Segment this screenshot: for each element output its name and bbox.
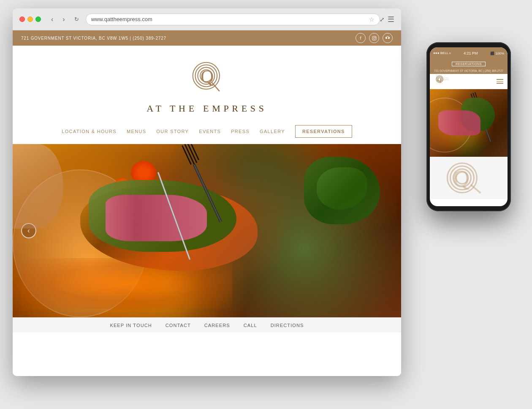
nav-our-story[interactable]: OUR STORY — [156, 129, 189, 134]
hamburger-line-3 — [497, 83, 503, 84]
footer-contact[interactable]: CONTACT — [166, 323, 191, 328]
browser-window: ‹ › ↻ www.qattheempress.com ☆ ☰ 721 GOVE… — [13, 8, 401, 376]
traffic-lights — [19, 16, 41, 22]
phone-device: ●●● BELL ᵾ 4:21 PM ⬛ 100% RESERVATIONS 7… — [426, 42, 511, 211]
brand-name: AT THE EMPRESS — [147, 103, 267, 114]
phone-navigation: Q AT THE EMPRESS — [430, 74, 508, 89]
social-icons: f — [356, 33, 393, 43]
footer-directions[interactable]: DIRECTIONS — [271, 323, 304, 328]
brand-logo: Q — [186, 57, 228, 100]
nav-gallery[interactable]: GALLERY — [260, 129, 285, 134]
phone-status-bar: ●●● BELL ᵾ 4:21 PM ⬛ 100% — [430, 47, 508, 59]
forward-button[interactable]: › — [60, 14, 67, 25]
svg-text:Q: Q — [453, 165, 470, 191]
sauce-element — [21, 258, 232, 309]
nav-menus[interactable]: MENUS — [127, 129, 146, 134]
browser-chrome: ‹ › ↻ www.qattheempress.com ☆ ☰ — [13, 8, 401, 30]
phone-food-image — [430, 89, 508, 157]
facebook-icon[interactable]: f — [356, 33, 366, 43]
close-button[interactable] — [19, 16, 25, 22]
url-text: www.qattheempress.com — [91, 16, 369, 22]
nav-press[interactable]: PRESS — [231, 129, 250, 134]
address-bar[interactable]: www.qattheempress.com ☆ — [86, 14, 380, 25]
svg-text:Q: Q — [201, 66, 214, 87]
svg-point-1 — [373, 37, 375, 39]
main-navigation: LOCATION & HOURS MENUS OUR STORY EVENTS … — [13, 121, 401, 144]
phone-logo: Q AT THE EMPRESS — [434, 74, 453, 89]
reload-button[interactable]: ↻ — [72, 14, 81, 24]
hero-image: ‹ — [13, 144, 401, 317]
website-content: 721 GOVERNMENT ST VICTORIA, BC V8W 1W5 |… — [13, 30, 401, 376]
phone-reservations-button[interactable]: RESERVATIONS — [452, 62, 486, 66]
minimize-button[interactable] — [27, 16, 33, 22]
phone-reservations-bar: RESERVATIONS — [430, 59, 508, 68]
hamburger-menu-icon[interactable]: ☰ — [388, 15, 394, 24]
phone-logo-section: Q — [430, 157, 508, 199]
phone-time: 4:21 PM — [464, 51, 478, 55]
svg-rect-0 — [372, 36, 376, 40]
footer-call[interactable]: CALL — [244, 323, 257, 328]
tripadvisor-icon[interactable] — [383, 33, 393, 43]
phone-carrier: ●●● BELL ᵾ — [433, 51, 451, 55]
nav-location-hours[interactable]: LOCATION & HOURS — [62, 129, 117, 134]
svg-text:AT THE: AT THE — [444, 77, 448, 79]
instagram-icon[interactable] — [369, 33, 379, 43]
footer-keep-in-touch[interactable]: KEEP IN TOUCH — [110, 323, 152, 328]
expand-icon[interactable]: ⤢ — [378, 15, 386, 24]
footer-bar: KEEP IN TOUCH CONTACT CAREERS CALL DIREC… — [13, 317, 401, 333]
phone-battery: ⬛ 100% — [490, 52, 504, 55]
back-button[interactable]: ‹ — [49, 14, 56, 25]
svg-text:Q: Q — [437, 76, 441, 82]
phone-address-bar: 721 GOVERNMENT ST VICTORIA, BC | (250) 3… — [430, 68, 508, 74]
svg-point-2 — [375, 37, 375, 37]
hand-element — [13, 144, 63, 229]
address-text: 721 GOVERNMENT ST VICTORIA, BC V8W 1W5 |… — [21, 36, 166, 41]
bookmark-icon[interactable]: ☆ — [369, 16, 375, 23]
hamburger-line-2 — [497, 81, 503, 82]
footer-careers[interactable]: CAREERS — [204, 323, 230, 328]
reservations-button[interactable]: RESERVATIONS — [295, 125, 352, 138]
hamburger-line-1 — [497, 79, 503, 80]
logo-section: Q AT THE EMPRESS — [13, 46, 401, 121]
meat-inside — [106, 195, 207, 241]
phone-hamburger-icon[interactable] — [497, 79, 503, 84]
svg-point-5 — [387, 38, 388, 38]
nav-events[interactable]: EVENTS — [199, 129, 221, 134]
maximize-button[interactable] — [35, 16, 41, 22]
svg-text:EMPRESS: EMPRESS — [443, 79, 449, 80]
top-bar: 721 GOVERNMENT ST VICTORIA, BC V8W 1W5 |… — [13, 30, 401, 46]
phone-screen: ●●● BELL ᵾ 4:21 PM ⬛ 100% RESERVATIONS 7… — [430, 47, 508, 206]
